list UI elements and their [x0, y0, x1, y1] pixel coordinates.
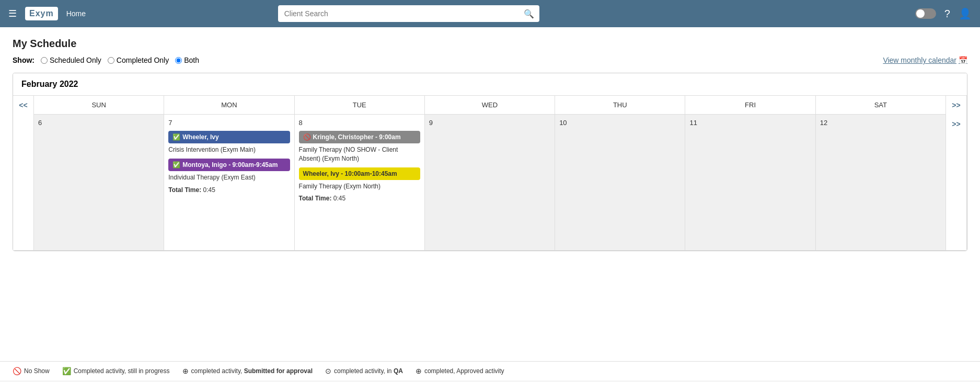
day-number-sun: 6 [38, 119, 159, 127]
filter-both-label: Both [184, 56, 199, 64]
check-icon-montoya-mon: ✅ [172, 161, 180, 168]
day-cell-thu: 10 [555, 115, 685, 251]
next-nav-bottom: >> [946, 115, 967, 251]
next-week-link[interactable]: >> [952, 101, 960, 109]
show-label: Show: [13, 56, 34, 64]
legend-submitted: ⊕ completed activity, Submitted for appr… [182, 367, 313, 375]
legend-submitted-label: completed activity, Submitted for approv… [191, 367, 313, 375]
event-kringle-tue[interactable]: 🚫 Kringle, Christopher - 9:00am [299, 131, 420, 143]
day-header-thu: THU [555, 96, 685, 115]
search-icon: 🔍 [524, 9, 534, 19]
day-number-tue: 8 [299, 119, 420, 127]
legend-in-progress-icon: ✅ [62, 367, 71, 375]
legend-qa: ⊙ completed activity, in QA [325, 367, 403, 375]
legend-in-progress-label: Completed activity, still in progress [74, 367, 170, 375]
legend-submitted-icon: ⊕ [182, 367, 189, 375]
day-header-wed: WED [425, 96, 555, 115]
day-header-sun: SUN [34, 96, 164, 115]
day-cell-mon: 7 ✅ Wheeler, Ivy Crisis Intervention (Ex… [164, 115, 294, 251]
event-label-wheeler-mon: Wheeler, Ivy [182, 133, 218, 141]
logo: Exym [25, 7, 58, 20]
total-time-mon: Total Time: 0:45 [168, 186, 290, 194]
event-desc-kringle-tue: Family Therapy (NO SHOW - Client Absent)… [299, 145, 420, 163]
event-label-montoya-mon: Montoya, Inigo - 9:00am-9:45am [182, 161, 278, 168]
no-show-icon-kringle: 🚫 [303, 133, 311, 141]
legend-qa-icon: ⊙ [325, 367, 331, 375]
prev-nav-cell: << [13, 96, 34, 115]
calendar: February 2022 << SUN MON TUE WED THU FRI… [13, 73, 967, 251]
legend-no-show: 🚫 No Show [13, 367, 50, 375]
event-label-wheeler-tue: Wheeler, Ivy - 10:00am-10:45am [303, 170, 397, 177]
filter-both[interactable]: Both [175, 56, 199, 64]
legend-approved: ⊕ completed, Approved activity [416, 367, 504, 375]
next-nav-cell: >> [946, 96, 967, 115]
day-header-mon: MON [164, 96, 294, 115]
day-header-sat: SAT [816, 96, 946, 115]
main-content: My Schedule Show: Scheduled Only Complet… [0, 27, 980, 361]
search-bar: 🔍 [278, 5, 539, 22]
home-link[interactable]: Home [66, 9, 86, 18]
day-cell-tue: 8 🚫 Kringle, Christopher - 9:00am Family… [295, 115, 425, 251]
legend-no-show-icon: 🚫 [13, 367, 21, 375]
day-header-fri: FRI [685, 96, 815, 115]
legend-in-progress: ✅ Completed activity, still in progress [62, 367, 170, 375]
day-cell-sun: 6 [34, 115, 164, 251]
event-desc-montoya-mon: Individual Therapy (Exym East) [168, 173, 290, 182]
filter-scheduled-label: Scheduled Only [50, 56, 101, 64]
filter-completed-radio[interactable] [108, 57, 114, 64]
event-desc-wheeler-mon: Crisis Intervention (Exym Main) [168, 145, 290, 154]
total-time-tue: Total Time: 0:45 [299, 195, 420, 202]
day-cell-sat: 12 [816, 115, 946, 251]
filter-scheduled[interactable]: Scheduled Only [41, 56, 101, 64]
legend-qa-label: completed activity, in QA [334, 367, 403, 375]
menu-icon[interactable]: ☰ [8, 8, 17, 19]
theme-toggle[interactable] [915, 8, 936, 19]
day-cell-fri: 11 [685, 115, 815, 251]
calendar-month-header: February 2022 [13, 73, 967, 95]
prev-nav-bottom [13, 115, 34, 251]
day-header-tue: TUE [295, 96, 425, 115]
legend-approved-label: completed, Approved activity [424, 367, 504, 375]
app-header: ☰ Exym Home 🔍 ? 👤 [0, 0, 980, 27]
event-label-kringle-tue: Kringle, Christopher - 9:00am [313, 133, 401, 141]
legend-approved-icon: ⊕ [416, 367, 422, 375]
header-right: ? 👤 [915, 7, 972, 20]
filter-scheduled-radio[interactable] [41, 57, 48, 64]
event-desc-wheeler-tue: Family Therapy (Exym North) [299, 182, 420, 191]
prev-week-link[interactable]: << [19, 101, 27, 109]
event-wheeler-tue[interactable]: Wheeler, Ivy - 10:00am-10:45am [299, 167, 420, 180]
user-icon[interactable]: 👤 [959, 7, 972, 20]
footer-legend: 🚫 No Show ✅ Completed activity, still in… [0, 361, 980, 380]
event-montoya-mon[interactable]: ✅ Montoya, Inigo - 9:00am-9:45am [168, 159, 290, 171]
page-title: My Schedule [13, 38, 967, 50]
calendar-icon: 📅 [959, 56, 967, 64]
filter-completed[interactable]: Completed Only [108, 56, 169, 64]
next-week-link-bottom[interactable]: >> [952, 120, 960, 128]
filter-completed-label: Completed Only [117, 56, 169, 64]
calendar-grid: << SUN MON TUE WED THU FRI SAT >> 6 7 ✅ [13, 95, 967, 251]
event-wheeler-mon[interactable]: ✅ Wheeler, Ivy [168, 131, 290, 143]
day-number-sat: 12 [820, 119, 941, 127]
search-input[interactable] [278, 5, 539, 22]
help-icon[interactable]: ? [944, 8, 950, 20]
day-number-wed: 9 [429, 119, 550, 127]
legend-no-show-label: No Show [24, 367, 50, 375]
show-filter: Show: Scheduled Only Completed Only Both… [13, 56, 967, 64]
day-number-fri: 11 [689, 119, 811, 127]
day-cell-wed: 9 [425, 115, 555, 251]
day-number-mon: 7 [168, 119, 290, 127]
check-icon-wheeler-mon: ✅ [172, 133, 180, 141]
day-number-thu: 10 [559, 119, 681, 127]
view-monthly-label: View monthly calendar [883, 56, 956, 64]
view-monthly-link[interactable]: View monthly calendar 📅 [883, 56, 967, 64]
filter-both-radio[interactable] [175, 57, 182, 64]
